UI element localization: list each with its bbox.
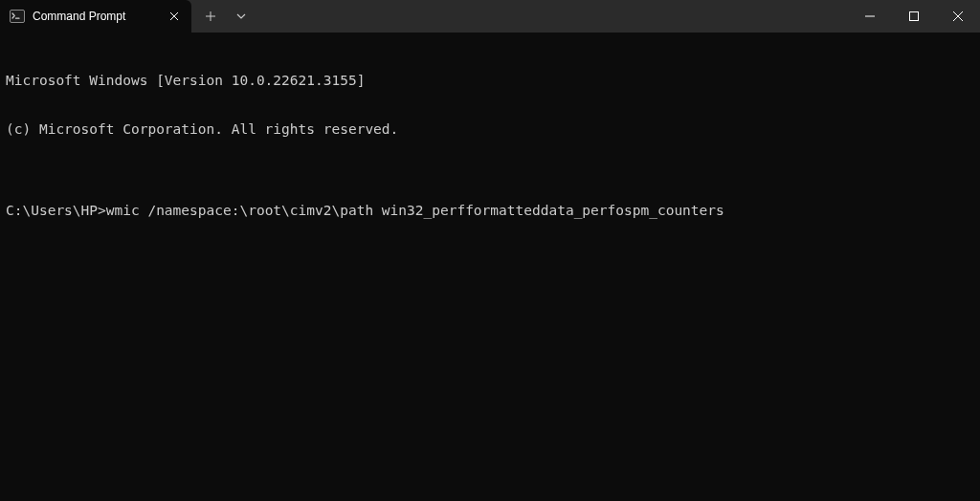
command-text: wmic /namespace:\root\cimv2\path win32_p… (106, 203, 724, 218)
terminal-output-line: (c) Microsoft Corporation. All rights re… (6, 121, 974, 138)
tab-close-button[interactable] (167, 9, 182, 24)
terminal-prompt-line: C:\Users\HP>wmic /namespace:\root\cimv2\… (6, 203, 974, 219)
svg-rect-0 (11, 11, 25, 23)
prompt-text: C:\Users\HP> (6, 203, 106, 218)
terminal-area[interactable]: Microsoft Windows [Version 10.0.22621.31… (0, 33, 980, 243)
tab-title: Command Prompt (33, 10, 159, 23)
tabbar-actions (191, 0, 256, 33)
minimize-button[interactable] (848, 0, 892, 33)
tab-command-prompt[interactable]: Command Prompt (0, 0, 191, 33)
titlebar-spacer (256, 0, 848, 33)
titlebar: Command Prompt (0, 0, 980, 33)
window-controls (848, 0, 980, 33)
terminal-icon (10, 9, 25, 24)
maximize-button[interactable] (892, 0, 936, 33)
new-tab-button[interactable] (195, 2, 226, 31)
svg-rect-7 (910, 12, 919, 21)
terminal-output-line: Microsoft Windows [Version 10.0.22621.31… (6, 73, 974, 89)
close-button[interactable] (936, 0, 980, 33)
tab-dropdown-button[interactable] (226, 2, 256, 31)
